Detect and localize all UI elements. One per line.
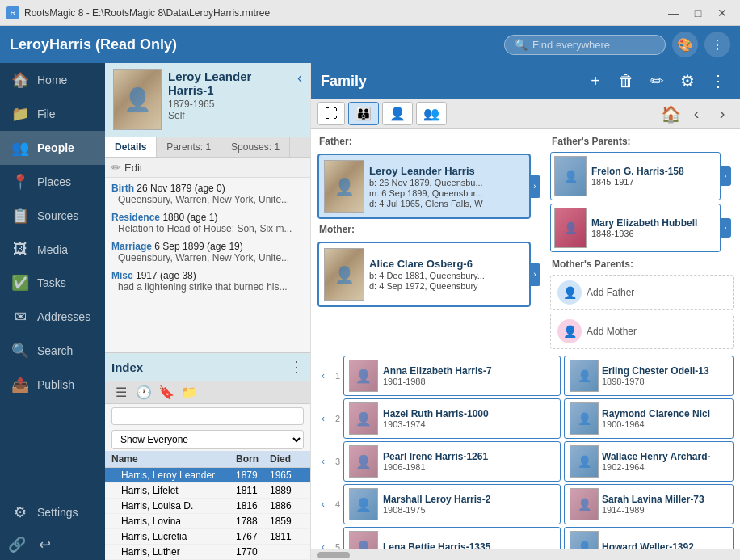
child-0-spouse[interactable]: 👤 Erling Chester Odell-13 1898-1978 [564,356,734,396]
view-pedigree-button[interactable]: ⛶ [317,102,345,125]
child-0-nav-left[interactable]: ‹ [317,370,329,381]
view-descendants-button[interactable]: 👥 [416,102,447,125]
child-3-spouse[interactable]: 👤 Sarah Lavina Miller-73 1914-1989 [564,484,734,524]
child-2-spouse-name: Wallace Henry Archard- [602,451,711,462]
add-mother-avatar: 👤 [557,319,582,343]
child-3-card[interactable]: 👤 Marshall Leroy Harris-2 1908-1975 [343,484,561,524]
media-icon: 🖼 [11,241,29,258]
family-children: ‹ 1 👤 Anna Elizabeth Harris-7 1901-1988 [311,356,740,549]
index-bookmark-icon[interactable]: 🔖 [157,385,176,400]
father-nav-button[interactable]: › [529,175,540,198]
index-row-1[interactable]: Harris, Lifelet 1811 1889 [105,483,310,499]
child-1-nav-left[interactable]: ‹ [317,413,329,424]
col-name: Name [111,453,236,465]
connect-button[interactable]: 🔗 [8,536,26,554]
tab-parents[interactable]: Parents: 1 [157,137,221,157]
child-1-spouse[interactable]: 👤 Raymond Clarence Nicl 1900-1964 [564,398,734,439]
sidebar-item-label-tasks: Tasks [37,276,66,289]
index-search[interactable] [111,407,304,425]
fathers-mother-card[interactable]: 👤 Mary Elizabeth Hubbell 1848-1936 › [550,204,721,252]
index-list-icon[interactable]: ☰ [111,385,131,400]
nav-next-button[interactable]: › [711,104,734,124]
index-menu-button[interactable]: ⋮ [289,358,304,376]
mother-card[interactable]: 👤 Alice Clare Osberg-6 b: 4 Dec 1881, Qu… [317,242,531,307]
index-row-5[interactable]: Harris, Luther 1770 [105,545,310,560]
child-2-spouse[interactable]: 👤 Wallace Henry Archard- 1902-1964 [564,441,734,482]
father-label: Father: [317,136,544,147]
sidebar-item-addresses[interactable]: ✉ Addresses [0,300,105,334]
father-card[interactable]: 👤 Leroy Leander Harris b: 26 Nov 1879, Q… [317,154,531,219]
family-tools-button[interactable]: ⚙ [675,71,700,91]
child-0-card[interactable]: 👤 Anna Elizabeth Harris-7 1901-1988 [343,356,561,396]
maximize-button[interactable]: □ [687,3,709,23]
child-4-spouse-info: Howard Weller-1392 [602,541,694,549]
more-menu-button[interactable]: ⋮ [704,32,730,57]
index-row-4[interactable]: Harris, Lucretia 1767 1811 [105,529,310,545]
nav-prev-button[interactable]: ‹ [685,104,708,124]
horizontal-scrollbar[interactable] [311,549,740,560]
mothers-mother-add-card[interactable]: 👤 Add Mother [550,314,734,349]
mother-name: Alice Clare Osberg-6 [369,258,524,270]
mothers-parents-label: Mother's Parents: [550,259,734,270]
view-ancestors-button[interactable]: 👤 [382,102,413,125]
close-button[interactable]: ✕ [711,3,734,23]
child-1-number: 2 [329,414,340,423]
child-2-info: Pearl Irene Harris-1261 1906-1981 [383,451,488,472]
sidebar-item-places[interactable]: 📍 Places [0,165,105,199]
view-family-button[interactable]: 👪 [348,102,379,125]
child-1-spouse-name: Raymond Clarence Nicl [602,408,710,419]
search-sidebar-icon: 🔍 [11,342,29,360]
sidebar-item-label-file: File [37,107,56,120]
index-filter-select[interactable]: Show Everyone [111,430,304,449]
index-row-3[interactable]: Harris, Lovina 1788 1859 [105,514,310,529]
child-4-spouse[interactable]: 👤 Howard Weller-1392 [564,527,734,549]
sidebar-item-settings[interactable]: ⚙ Settings [0,495,105,529]
index-row-0[interactable]: Harris, Leroy Leander 1879 1965 [105,468,310,483]
family-parents-col: Father: 👤 Leroy Leander Harris b: 26 Nov… [317,136,544,349]
index-folder-icon[interactable]: 📁 [179,385,199,400]
search-icon: 🔍 [515,39,528,51]
child-3-nav-left[interactable]: ‹ [317,499,329,510]
sidebar-item-search[interactable]: 🔍 Search [0,334,105,368]
index-table-header: Name Born Died [105,451,310,468]
mother-nav-button[interactable]: › [529,263,540,286]
publish-icon: 📤 [11,376,29,394]
child-2-nav-left[interactable]: ‹ [317,456,329,467]
person-toggle-button[interactable]: ‹ [297,69,302,86]
mothers-father-add-card[interactable]: 👤 Add Father [550,275,734,310]
search-bar[interactable]: 🔍 [504,35,666,55]
index-history-icon[interactable]: 🕐 [134,385,153,400]
sidebar-item-home[interactable]: 🏠 Home [0,63,105,97]
child-4-nav-left[interactable]: ‹ [317,541,329,549]
tab-details[interactable]: Details [105,137,157,157]
family-add-button[interactable]: + [583,72,608,91]
sidebar-item-tasks[interactable]: ✅ Tasks [0,266,105,300]
child-1-card[interactable]: 👤 Hazel Ruth Harris-1000 1903-1974 [343,398,561,439]
tab-spouses[interactable]: Spouses: 1 [221,137,290,157]
sidebar-item-media[interactable]: 🖼 Media [0,233,105,266]
sidebar-item-people[interactable]: 👥 People [0,131,105,165]
fathers-mother-years: 1848-1936 [591,229,697,238]
sidebar-item-publish[interactable]: 📤 Publish [0,368,105,402]
index-search-input[interactable] [111,407,304,425]
fathers-mother-nav[interactable]: › [720,218,731,238]
mothers-parents-group: 👤 Add Father 👤 Add Mother [550,275,734,349]
sidebar-item-sources[interactable]: 📋 Sources [0,199,105,233]
fathers-father-card[interactable]: 👤 Frelon G. Harris-158 1845-1917 › [550,152,721,200]
index-row-2[interactable]: Harris, Louisa D. 1816 1886 [105,499,310,514]
family-edit-button[interactable]: ✏ [645,71,669,91]
fathers-father-nav[interactable]: › [720,166,731,186]
edit-label[interactable]: Edit [124,162,142,174]
minimize-button[interactable]: — [662,3,685,23]
child-2-number: 3 [329,457,340,466]
palette-button[interactable]: 🎨 [672,32,698,57]
child-2-photo: 👤 [349,445,378,478]
family-delete-button[interactable]: 🗑 [614,72,638,91]
nav-home-button[interactable]: 🏠 [659,104,682,124]
child-2-card[interactable]: 👤 Pearl Irene Harris-1261 1906-1981 [343,441,561,482]
back-button[interactable]: ↩ [39,536,51,554]
search-input[interactable] [532,39,655,51]
family-more-button[interactable]: ⋮ [706,71,730,91]
child-4-card[interactable]: 👤 Lena Bettie Harris-1335 [343,527,561,549]
sidebar-item-file[interactable]: 📁 File [0,97,105,131]
